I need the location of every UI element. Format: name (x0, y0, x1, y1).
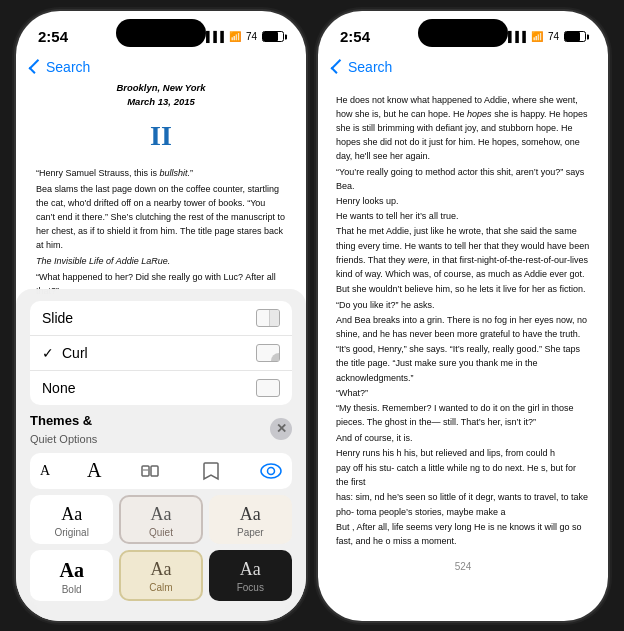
left-back-label: Search (46, 59, 90, 75)
right-para-9: “It’s good, Henry,” she says. “It’s real… (336, 342, 590, 385)
theme-calm-aa: Aa (150, 560, 171, 578)
transition-none[interactable]: None (30, 371, 292, 405)
theme-quiet[interactable]: Aa Quiet (119, 495, 202, 544)
theme-calm[interactable]: Aa Calm (119, 550, 202, 601)
theme-paper[interactable]: Aa Paper (209, 495, 292, 544)
theme-focus-aa: Aa (240, 560, 261, 578)
page-number: 524 (318, 557, 608, 576)
font-controls-row: A A (30, 453, 292, 489)
svg-point-3 (261, 464, 281, 478)
none-label: None (42, 380, 75, 396)
book-header: Brooklyn, New York March 13, 2015 II (36, 81, 286, 158)
left-status-icons: ▐▐▐ 📶 74 (203, 31, 284, 42)
left-phone: 2:54 ▐▐▐ 📶 74 Search Brooklyn, New Y (16, 11, 306, 621)
right-back-button[interactable]: Search (334, 59, 392, 75)
theme-focus-name: Focus (237, 582, 264, 593)
right-para-11: “My thesis. Remember? I wanted to do it … (336, 401, 590, 429)
theme-quiet-name: Quiet (149, 527, 173, 538)
right-time: 2:54 (340, 28, 370, 45)
right-book-content: He does not know what happened to Addie,… (318, 81, 608, 558)
notch (116, 19, 206, 47)
chapter-number: II (36, 114, 286, 157)
svg-rect-0 (142, 466, 149, 476)
right-para-4: He wants to tell her it’s all true. (336, 209, 590, 223)
phones-container: 2:54 ▐▐▐ 📶 74 Search Brooklyn, New Y (16, 11, 608, 621)
curl-icon (256, 344, 280, 362)
right-para-1: He does not know what happened to Addie,… (336, 93, 590, 164)
eye-icon[interactable] (260, 460, 282, 482)
theme-original-aa: Aa (61, 505, 82, 523)
book-para-3: The Invisible Life of Addie LaRue. (36, 255, 286, 269)
svg-point-4 (267, 467, 274, 474)
transition-curl[interactable]: ✓ Curl (30, 336, 292, 371)
right-para-8: And Bea breaks into a grin. There is no … (336, 313, 590, 341)
themes-label: Themes & (30, 413, 92, 428)
right-para-6: But she wouldn’t believe him, so he lets… (336, 282, 590, 296)
book-para-2: Bea slams the last page down on the coff… (36, 183, 286, 253)
overlay-panel: Slide ✓ Curl None (16, 289, 306, 621)
back-chevron-icon (29, 59, 44, 74)
right-wifi-icon: 📶 (531, 31, 543, 42)
right-para-7: “Do you like it?” he asks. (336, 298, 590, 312)
checkmark-icon: ✓ (42, 345, 54, 361)
slide-icon (256, 309, 280, 327)
font-style-icon[interactable] (138, 459, 162, 483)
theme-calm-name: Calm (149, 582, 172, 593)
left-nav-bar[interactable]: Search (16, 55, 306, 81)
right-back-label: Search (348, 59, 392, 75)
font-size-small-a: A (40, 463, 50, 479)
curl-label: Curl (62, 345, 88, 361)
none-icon (256, 379, 280, 397)
themes-section: Themes & Quiet Options ✕ A A (16, 411, 306, 601)
left-back-button[interactable]: Search (32, 59, 90, 75)
theme-bold-aa: Aa (59, 560, 83, 580)
transition-slide[interactable]: Slide (30, 301, 292, 336)
left-time: 2:54 (38, 28, 68, 45)
battery-text: 74 (246, 31, 257, 42)
quiet-options-label: Quiet Options (30, 433, 97, 445)
right-para-13: Henry runs his h his, but relieved and l… (336, 446, 590, 460)
right-battery-fill (565, 32, 580, 41)
right-para-14: pay off his stu- catch a little while ng… (336, 461, 590, 489)
right-back-chevron-icon (331, 59, 346, 74)
right-battery-text: 74 (548, 31, 559, 42)
font-size-large-a: A (87, 459, 101, 482)
theme-original[interactable]: Aa Original (30, 495, 113, 544)
wifi-icon: 📶 (229, 31, 241, 42)
left-status-bar: 2:54 ▐▐▐ 📶 74 (16, 11, 306, 55)
transition-options: Slide ✓ Curl None (16, 301, 306, 405)
right-battery-icon (564, 31, 586, 42)
theme-bold[interactable]: Aa Bold (30, 550, 113, 601)
right-para-5: That he met Addie, just like he wrote, t… (336, 224, 590, 281)
theme-focus[interactable]: Aa Focus (209, 550, 292, 601)
book-para-1: “Henry Samuel Strauss, this is bullshit.… (36, 167, 286, 181)
right-para-3: Henry looks up. (336, 194, 590, 208)
book-location: Brooklyn, New York March 13, 2015 (36, 81, 286, 110)
theme-quiet-aa: Aa (150, 505, 171, 523)
themes-title-area: Themes & Quiet Options (30, 411, 97, 447)
theme-original-name: Original (54, 527, 88, 538)
right-para-16: But , After all, life seems very long He… (336, 520, 590, 548)
svg-rect-1 (151, 466, 158, 476)
bookmark-icon[interactable] (199, 459, 223, 483)
theme-paper-aa: Aa (240, 505, 261, 523)
slide-label: Slide (42, 310, 73, 326)
right-status-icons: ▐▐▐ 📶 74 (505, 31, 586, 42)
battery-icon (262, 31, 284, 42)
battery-fill (263, 32, 278, 41)
theme-paper-name: Paper (237, 527, 264, 538)
right-notch (418, 19, 508, 47)
right-nav-bar[interactable]: Search (318, 55, 608, 81)
right-phone: 2:54 ▐▐▐ 📶 74 Search He does not know wh… (318, 11, 608, 621)
right-status-bar: 2:54 ▐▐▐ 📶 74 (318, 11, 608, 55)
close-button[interactable]: ✕ (270, 418, 292, 440)
right-para-15: has: sim, nd he’s seen so little of it d… (336, 490, 590, 518)
themes-header: Themes & Quiet Options ✕ (30, 411, 292, 447)
theme-grid: Aa Original Aa Quiet Aa Paper (30, 495, 292, 601)
right-para-12: And of course, it is. (336, 431, 590, 445)
right-para-2: “You’re really going to method actor thi… (336, 165, 590, 193)
right-para-10: “What?” (336, 386, 590, 400)
theme-bold-name: Bold (62, 584, 82, 595)
